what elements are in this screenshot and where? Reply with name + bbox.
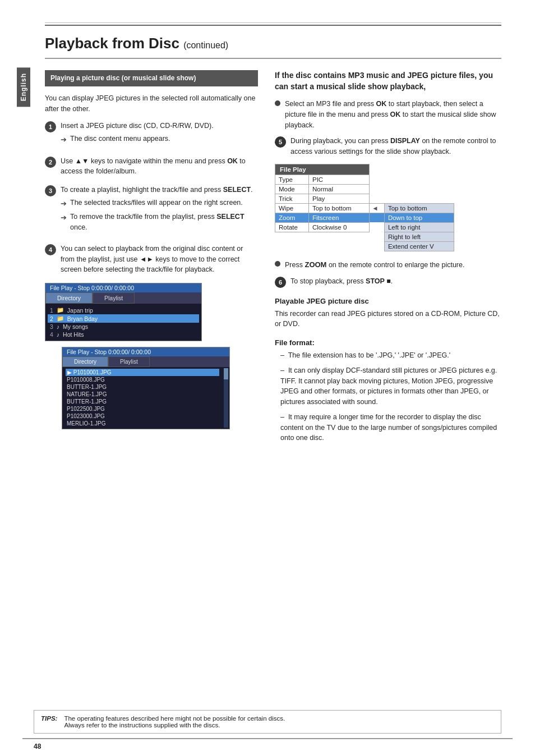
table-header: File Play [275,164,370,175]
left-column: Playing a picture disc (or musical slide… [45,70,258,448]
table-cell-rotate-option-1: Left to right [384,222,454,232]
step-2: 2 Use ▲▼ keys to navigate within the men… [45,156,258,177]
step-1-number: 1 [45,121,56,132]
table-row-options-3: Extend center V [275,241,454,251]
intro-text: You can display JPEG pictures in the sel… [45,93,258,114]
nested-tab-directory[interactable]: Directory [62,356,108,367]
page-title: Playback from Disc (continued) [45,35,501,59]
table-row-rotate: Rotate Clockwise 0 Left to right [275,222,454,232]
screenshot-item-4: 4 ♪ Hot Hits [50,331,197,338]
right-step-5: 5 During playback, you can press DISPLAY… [275,136,501,157]
music-icon-1: ♪ [57,323,59,330]
top-line-thick [45,25,501,26]
item-label-2: Bryan Bday [67,315,98,322]
table-header-row: File Play [275,164,454,175]
screenshot-nested: File Play - Stop 0:00:00/ 0:00:00 Direct… [62,347,230,429]
table-row-zoom: Zoom Fitscreen Down to top [275,213,454,222]
zoom-bullet: Press ZOOM on the remote control to enla… [275,259,501,271]
nested-item-2: P1010008.JPG [66,376,219,383]
table-cell-zoom-label: Zoom [275,213,309,222]
table-cell-option-extend: Extend center V [384,241,454,251]
arrow-text-3: To remove the track/file from the playli… [70,212,258,233]
tips-bar: TIPS: The operating features described h… [34,710,501,734]
scrollbar-thumb [224,368,228,379]
step-1-content: Insert a JPEG picture disc (CD, CD-R/RW,… [61,121,258,148]
table-row-options-2: Right to left [275,232,454,241]
playable-jpeg-text: This recorder can read JPEG pictures sto… [275,309,501,330]
table-cell-mode-value: Normal [309,184,370,194]
step-1: 1 Insert a JPEG picture disc (CD, CD-R/R… [45,121,258,148]
content-columns: Playing a picture disc (or musical slide… [45,70,501,448]
right-heading: If the disc contains MP3 music and JPEG … [275,70,501,92]
scrollbar [224,368,228,428]
folder-icon-2: 📁 [57,315,64,322]
table-cell-type-label: Type [275,175,309,184]
nested-tab-playlist[interactable]: Playlist [108,356,150,367]
table-cell-rotate-label: Rotate [275,222,309,232]
tips-label: TIPS: [41,715,57,728]
table-cell-rotate-value: Clockwise 0 [309,222,370,232]
item-label-4: Hot Hits [63,331,84,338]
screenshot-outer: File Play - Stop 0:00:00/ 0:00:00 Direct… [45,283,202,341]
screenshot-tab-playlist[interactable]: Playlist [93,292,135,304]
table-cell-wipe-option-1: Top to bottom [384,203,454,213]
bottom-line [22,738,513,739]
nested-list: ▶ P1010001.JPG P1010008.JPG BUTTER-1.JPG… [62,367,223,429]
table-row-wipe: Wipe Top to bottom ◄ Top to bottom [275,203,454,213]
file-format-title: File format: [275,338,501,347]
table-cell-mode-label: Mode [275,184,309,194]
step-4-content: You can select to playback from the orig… [61,244,258,275]
nested-item-7: P1023000.JPG [66,413,219,420]
screenshot-list: 1 📁 Japan trip 2 📁 Bryan Bday 3 ♪ My son… [45,304,201,341]
arrow-icon-1: ➔ [61,134,67,145]
right-step-6-number: 6 [275,277,286,288]
table-cell-trick-value: Play [309,194,370,203]
table-cell-trick-label: Trick [275,194,309,203]
screenshot-item-1: 1 📁 Japan trip [50,306,197,314]
top-line-thin [45,22,501,23]
screenshot-item-3: 3 ♪ My songs [50,323,197,331]
screenshot-tab-directory[interactable]: Directory [45,292,93,304]
nested-tabs: Directory Playlist [62,356,229,367]
nested-item-3: BUTTER-1.JPG [66,383,219,391]
item-number-4: 4 [50,331,53,338]
playable-jpeg-title: Playable JPEG picture disc [275,297,501,305]
bullet-content-1: Select an MP3 file and press OK to start… [285,99,501,130]
nested-title-bar: File Play - Stop 0:00:00/ 0:00:00 [62,347,229,356]
zoom-bullet-dot [275,261,280,267]
page-number: 48 [34,743,41,750]
table-cell-wipe-value: Top to bottom [309,203,370,213]
step-3: 3 To create a playlist, highlight the tr… [45,185,258,236]
nested-item-1: ▶ P1010001.JPG [66,369,219,376]
file-format-item-3: – It may require a longer time for the r… [280,412,501,443]
step-3-number: 3 [45,185,56,196]
item-number-2: 2 [50,315,53,322]
right-step-6-content: To stop playback, press STOP ■. [290,276,501,287]
item-number-3: 3 [50,323,53,330]
arrow-icon-3: ➔ [61,212,67,223]
title-text: Playback from Disc [45,35,179,52]
nested-content: ▶ P1010001.JPG P1010008.JPG BUTTER-1.JPG… [62,367,229,429]
step-2-number: 2 [45,157,56,168]
item-label-3: My songs [63,323,88,330]
nested-item-4: NATURE-1.JPG [66,391,219,398]
table-cell-zoom-value: Fitscreen [309,213,370,222]
right-step-5-content: During playback, you can press DISPLAY o… [290,136,501,157]
file-format-item-1: – The file extension has to be '.JPG,' '… [280,350,501,361]
step-2-content: Use ▲▼ keys to navigate within the menu … [61,156,258,177]
item-label-1: Japan trip [67,307,93,314]
table-row-type: Type PIC [275,175,454,184]
table-cell-type-value: PIC [309,175,370,184]
arrow-text-1: The disc content menu appears. [70,134,170,144]
screenshot-title-bar: File Play - Stop 0:00:00/ 0:00:00 [45,283,201,292]
right-step-6: 6 To stop playback, press STOP ■. [275,276,501,288]
table-cell-zoom-option: Down to top [384,213,454,222]
nested-item-5: BUTTER-1.JPG [66,398,219,405]
page: Playback from Disc (continued) English P… [0,0,535,756]
right-step-5-number: 5 [275,136,286,148]
folder-icon-1: 📁 [57,306,64,314]
step-4: 4 You can select to playback from the or… [45,244,258,275]
table-row-mode: Mode Normal [275,184,454,194]
arrow-text-2: The selected tracks/files will appear on… [70,198,243,208]
right-heading-text: If the disc contains MP3 music and JPEG … [275,71,493,91]
